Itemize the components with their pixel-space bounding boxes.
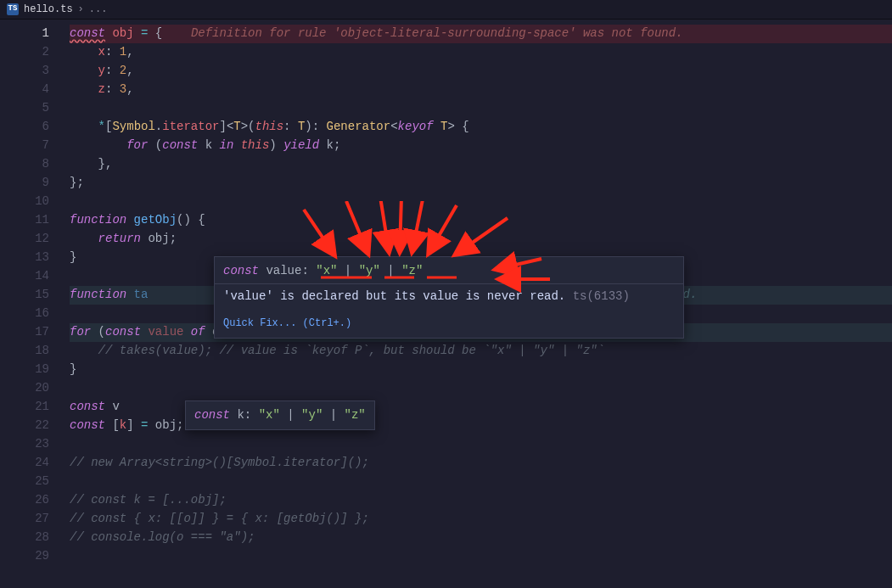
code-line[interactable]: for (const k in this) yield k;: [70, 137, 892, 155]
code-line[interactable]: function getObj() {: [70, 211, 892, 230]
line-number: 8: [0, 155, 49, 174]
line-number: 13: [0, 249, 49, 267]
code-line[interactable]: },: [70, 155, 892, 174]
code-line[interactable]: // const { x: [[o]] } = { x: [getObj()] …: [70, 510, 892, 529]
breadcrumb-sep: ›: [78, 2, 84, 17]
hover-signature: const value: "x" | "y" | "z": [215, 257, 683, 283]
line-number: 17: [0, 323, 49, 342]
code-line[interactable]: [70, 435, 892, 454]
editor-window: TS hello.ts › ... 1234567891011121314151…: [0, 0, 892, 588]
line-number: 10: [0, 193, 49, 211]
code-line[interactable]: [70, 379, 892, 398]
hover-diagnostic: 'value' is declared but its value is nev…: [215, 283, 683, 311]
line-number: 11: [0, 211, 49, 230]
line-number: 12: [0, 230, 49, 249]
editor-body: 1234567891011121314151617181920212223242…: [0, 20, 892, 588]
quick-fix-link[interactable]: Quick Fix... (Ctrl+.): [215, 311, 683, 338]
line-number: 29: [0, 547, 49, 566]
code-line[interactable]: }: [70, 361, 892, 379]
line-number: 5: [0, 99, 49, 118]
line-number: 27: [0, 510, 49, 529]
line-number: 25: [0, 473, 49, 491]
line-number: 24: [0, 454, 49, 473]
line-number: 7: [0, 137, 49, 155]
line-number: 28: [0, 529, 49, 547]
code-line[interactable]: y: 2,: [70, 62, 892, 81]
code-line[interactable]: x: 1,: [70, 43, 892, 62]
line-number: 26: [0, 491, 49, 510]
line-number: 14: [0, 267, 49, 286]
line-number: 23: [0, 435, 49, 454]
line-gutter: 1234567891011121314151617181920212223242…: [0, 20, 58, 588]
line-number: 9: [0, 174, 49, 193]
line-number: 4: [0, 81, 49, 99]
line-number: 15: [0, 286, 49, 305]
code-line[interactable]: [70, 193, 892, 211]
code-line[interactable]: [70, 547, 892, 566]
ts-file-icon: TS: [7, 3, 19, 15]
code-line[interactable]: *[Symbol.iterator]<T>(this: T): Generato…: [70, 118, 892, 137]
hover-tooltip: const value: "x" | "y" | "z" 'value' is …: [214, 256, 684, 339]
code-line[interactable]: const obj = { Definition for rule 'objec…: [70, 25, 892, 43]
code-line[interactable]: // new Array<string>()[Symbol.iterator](…: [70, 454, 892, 473]
line-number: 18: [0, 342, 49, 361]
code-line[interactable]: // console.log(o === "a");: [70, 529, 892, 547]
line-number: 20: [0, 379, 49, 398]
line-number: 2: [0, 43, 49, 62]
code-line[interactable]: [70, 473, 892, 491]
code-line[interactable]: [70, 99, 892, 118]
line-number: 3: [0, 62, 49, 81]
line-number: 22: [0, 417, 49, 435]
tab-bar: TS hello.ts › ...: [0, 0, 892, 20]
code-area[interactable]: const obj = { Definition for rule 'objec…: [58, 20, 892, 588]
code-line[interactable]: // takes(value); // value is `keyof P`, …: [70, 342, 892, 361]
code-line[interactable]: };: [70, 174, 892, 193]
code-line[interactable]: return obj;: [70, 230, 892, 249]
tab-filename[interactable]: hello.ts: [24, 2, 73, 17]
code-line[interactable]: z: 3,: [70, 81, 892, 99]
breadcrumb-ellipsis[interactable]: ...: [89, 2, 108, 17]
hover-tooltip: const k: "x" | "y" | "z": [185, 400, 375, 430]
code-line[interactable]: // const k = [...obj];: [70, 491, 892, 510]
line-number: 16: [0, 305, 49, 323]
line-number: 1: [0, 25, 49, 43]
line-number: 19: [0, 361, 49, 379]
line-number: 6: [0, 118, 49, 137]
line-number: 21: [0, 398, 49, 417]
